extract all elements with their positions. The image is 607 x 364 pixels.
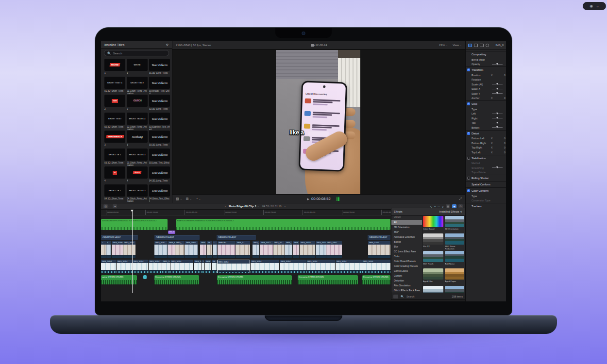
effects-category[interactable]: Animated Letterbox <box>391 234 422 239</box>
title-cell[interactable]: SHORT TEXTS 402.Glitch_Retro_Animation <box>127 113 148 131</box>
inspector-row[interactable]: Bottom <box>466 125 506 130</box>
timeline-clip[interactable]: IMG_5.. <box>194 260 202 273</box>
slider-knob[interactable] <box>496 92 498 94</box>
effects-search-input[interactable]: Search <box>406 295 414 298</box>
inspector-row[interactable]: Rolling Shutter <box>466 175 506 181</box>
inspector-row[interactable]: Type <box>466 107 506 112</box>
timeline-clip[interactable]: a0%23JUNGLE%20V600%20-%20JUN%2028%2C%202… <box>101 219 168 230</box>
effects-category[interactable]: Distortion <box>391 278 422 283</box>
effects-item[interactable]: Add Noise <box>445 251 464 268</box>
timeline-clip[interactable]: IMG_.. <box>175 241 185 258</box>
effects-item[interactable] <box>423 286 443 293</box>
timeline-clip[interactable]: IMG.. <box>293 241 299 258</box>
inspector-row[interactable]: Right <box>466 116 506 121</box>
timeline-clip[interactable]: I.. <box>101 241 106 258</box>
inspector-row[interactable]: Color Conform <box>466 187 506 194</box>
timeline-clip[interactable]: IMG_5054 <box>170 260 193 273</box>
effects-item[interactable]: 360° Noise Reduction <box>445 233 464 251</box>
inspector-row[interactable]: Smoothing <box>466 165 506 170</box>
timeline-clip[interactable]: aying STEMS DRUMS <box>101 275 137 284</box>
effects-category[interactable]: Color Grading Presets <box>391 264 422 268</box>
timeline-clip[interactable]: IMG_5054 <box>336 260 362 273</box>
audio-meters[interactable] <box>337 197 339 201</box>
effects-category[interactable]: 360° <box>391 230 422 234</box>
timeline-clip[interactable]: I <box>202 260 204 273</box>
effects-category[interactable]: 3D Orientation <box>391 225 422 230</box>
inspector-row[interactable]: Tripod Mode <box>466 170 506 175</box>
slider-knob[interactable] <box>496 126 498 128</box>
zoom-level-dropdown[interactable]: 21% ⌄ <box>439 44 448 47</box>
timeline-clip[interactable]: IMG_5054 <box>117 260 132 273</box>
parameter-checkbox[interactable] <box>467 132 470 135</box>
inspector-row[interactable]: Method <box>466 161 506 166</box>
inspector-row[interactable]: Conversion Type <box>466 199 506 203</box>
title-cell[interactable]: SHORT TE 103.3D_Short_Texts <box>104 149 125 166</box>
title-cell[interactable]: SHORT TEXTS 303.Glitch_Retro_Animation <box>127 149 148 166</box>
view-dropdown[interactable]: View ⌄ <box>453 44 462 47</box>
effects-item[interactable]: 360° Patch <box>423 251 443 268</box>
crop-button[interactable]: ▧⌄ <box>176 197 182 201</box>
title-cell[interactable]: TEXT2 <box>104 95 125 113</box>
inspector-row[interactable]: Bottom LeftX0 <box>466 136 506 141</box>
parameter-checkbox[interactable] <box>467 102 470 105</box>
slider-knob[interactable] <box>496 166 498 168</box>
title-cell[interactable]: Text Effects01.3D_Long_Texts <box>149 59 170 77</box>
parameter-checkbox[interactable] <box>467 68 470 71</box>
timeline-clip[interactable]: IMG_5060 <box>185 241 198 258</box>
inspector-row[interactable]: Scale X <box>466 87 506 92</box>
timeline-clip[interactable]: IMG_5054 <box>280 260 306 273</box>
effects-category[interactable]: Color <box>391 254 422 259</box>
page-widget-pill[interactable]: ◉ ⌄ <box>583 2 606 10</box>
effects-category[interactable]: Custom <box>391 273 422 278</box>
tool-select-button[interactable]: ➤ <box>113 204 117 208</box>
timeline-clip[interactable]: IMG_5.. <box>162 260 170 273</box>
timeline-clip[interactable]: IMG_5052 <box>123 241 135 258</box>
effects-view-toggle-button[interactable] <box>393 295 398 298</box>
titles-search-input[interactable]: 🔍 Search <box>104 50 169 56</box>
timeline-clip[interactable]: IMG_5102 <box>368 241 390 258</box>
timeline-clip[interactable]: L.. <box>213 241 217 258</box>
inspector-row[interactable]: Scale Y <box>466 91 506 96</box>
slider-knob[interactable] <box>496 113 498 115</box>
param-slider[interactable] <box>492 127 503 128</box>
playhead[interactable] <box>132 210 133 293</box>
title-cell[interactable]: SHORT TEXT 101.3D_Short_Texts <box>104 77 125 95</box>
effects-category[interactable]: All <box>391 220 422 225</box>
inspector-row[interactable]: Left <box>466 112 506 116</box>
timeline-clip[interactable]: Decaying STEMS DRUMS <box>362 275 390 284</box>
title-cell[interactable]: Nothing3 <box>127 131 148 149</box>
retime-button[interactable]: ◔⌄ <box>196 197 201 200</box>
timeline-clip[interactable]: IMG_5054 <box>362 260 390 273</box>
param-slider[interactable] <box>492 167 503 168</box>
timeline-clip-title[interactable]: Moto Edge 60 Clip 1 ⌄ <box>229 205 259 208</box>
timeline-clip[interactable]: IMG_5319 <box>300 241 315 258</box>
inspector-row[interactable]: Compositing <box>466 51 506 57</box>
inspector-row[interactable]: Stabilization <box>466 155 506 161</box>
title-cell[interactable]: SHORT TE 104.3D_Short_Texts <box>104 184 125 202</box>
play-icon[interactable]: ▶ <box>307 197 309 200</box>
timeline-clip[interactable]: IM.. <box>212 260 217 273</box>
inspector-row[interactable]: Bottom RightX0 <box>466 141 506 146</box>
effects-item[interactable]: 50s TV <box>423 233 443 251</box>
inspector-row[interactable]: AnchorX0 <box>466 96 506 101</box>
timeline-clip[interactable]: Adjustment Layer <box>217 235 256 240</box>
timeline-clip[interactable]: IMG_5056 <box>112 241 123 258</box>
timeline-clip[interactable]: MG_8 <box>168 231 175 234</box>
timeline-clip[interactable]: IMG_5054 <box>101 260 116 273</box>
timeline-index-button[interactable]: ▤ <box>103 204 108 208</box>
timeline-clip[interactable]: IMG_5319 <box>316 241 326 258</box>
effects-category[interactable]: Blur <box>391 244 422 249</box>
effects-category[interactable]: CC Lens Effect Free <box>391 249 422 254</box>
inspector-row[interactable]: Blend Mode <box>466 57 506 62</box>
inspector-row[interactable]: Opacity <box>466 62 506 67</box>
timeline-clip[interactable]: Decaying STEMS DRUMS <box>298 275 358 284</box>
slider-knob[interactable] <box>496 83 498 85</box>
slider-knob[interactable] <box>496 63 498 65</box>
timeline-clip[interactable]: IMG_5.. <box>236 241 250 258</box>
title-cell[interactable]: Text Effects04.Shiny_Text_Effect <box>149 184 170 202</box>
parameter-checkbox[interactable] <box>467 177 470 180</box>
timeline-clip[interactable] <box>143 275 147 279</box>
inspector-row[interactable]: Trackers <box>466 203 506 209</box>
effects-category[interactable]: Film Simulation <box>391 283 422 288</box>
timeline-clip[interactable]: IMG_5054 <box>149 260 162 273</box>
